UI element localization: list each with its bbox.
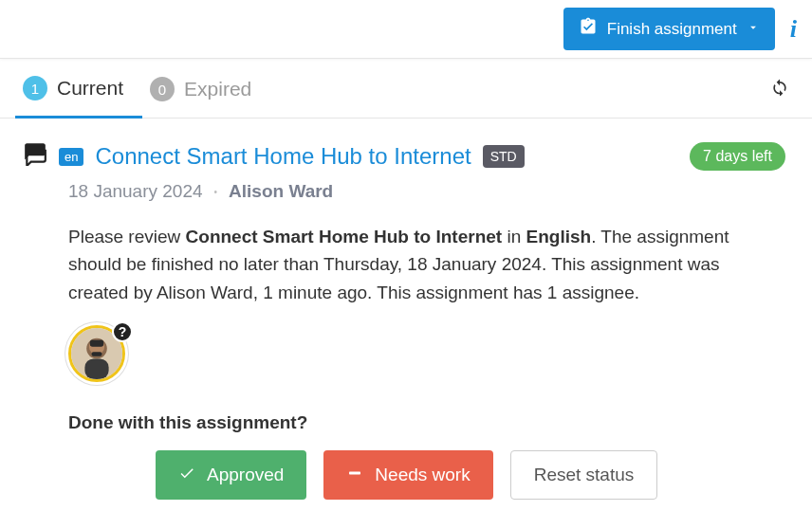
- desc-title: Connect Smart Home Hub to Internet: [186, 227, 503, 246]
- tab-expired[interactable]: 0 Expired: [142, 60, 270, 117]
- tab-current-label: Current: [57, 77, 123, 100]
- days-left-badge: 7 days left: [690, 142, 785, 171]
- assignment-description: Please review Connect Smart Home Hub to …: [68, 223, 770, 306]
- language-chip: en: [59, 148, 83, 166]
- assignment-title-link[interactable]: Connect Smart Home Hub to Internet: [95, 143, 471, 170]
- tab-current[interactable]: 1 Current: [15, 59, 142, 119]
- std-badge: STD: [483, 145, 525, 168]
- reset-status-label: Reset status: [534, 465, 635, 485]
- needs-work-button[interactable]: Needs work: [323, 450, 492, 500]
- finish-assignment-label: Finish assignment: [607, 20, 737, 39]
- reset-status-button[interactable]: Reset status: [510, 450, 658, 500]
- svg-rect-5: [92, 353, 102, 357]
- svg-rect-2: [84, 359, 108, 380]
- info-icon[interactable]: i: [790, 15, 797, 44]
- assignment-author: Alison Ward: [229, 181, 333, 202]
- tab-current-count: 1: [23, 76, 47, 100]
- needs-work-label: Needs work: [375, 465, 470, 485]
- svg-rect-4: [90, 340, 103, 347]
- assignment-date: 18 January 2024: [68, 181, 203, 202]
- separator-dot: •: [214, 187, 218, 197]
- meta-row: 18 January 2024 • Alison Ward: [68, 181, 785, 202]
- topbar: Finish assignment i: [0, 0, 812, 59]
- tabs: 1 Current 0 Expired: [0, 59, 812, 119]
- check-icon: [178, 465, 195, 486]
- tab-expired-label: Expired: [184, 78, 251, 100]
- minus-icon: [346, 465, 363, 486]
- done-prompt: Done with this assignment?: [68, 412, 785, 433]
- assignee-avatar[interactable]: ?: [68, 325, 129, 386]
- card-header-row: en Connect Smart Home Hub to Internet ST…: [23, 141, 785, 172]
- comments-icon[interactable]: [23, 141, 47, 172]
- approved-button[interactable]: Approved: [156, 450, 306, 500]
- refresh-icon[interactable]: [763, 77, 797, 100]
- question-status-icon: ?: [112, 321, 133, 342]
- chevron-down-icon: [747, 20, 760, 39]
- svg-rect-6: [349, 471, 360, 474]
- approved-label: Approved: [207, 465, 284, 485]
- tab-expired-count: 0: [150, 77, 175, 101]
- desc-lang: English: [526, 227, 592, 246]
- desc-prefix: Please review: [68, 227, 186, 246]
- desc-in: in: [502, 227, 526, 246]
- finish-assignment-button[interactable]: Finish assignment: [563, 8, 775, 50]
- clipboard-check-icon: [579, 17, 598, 41]
- assignment-card: en Connect Smart Home Hub to Internet ST…: [0, 119, 812, 519]
- action-buttons: Approved Needs work Reset status: [156, 450, 785, 500]
